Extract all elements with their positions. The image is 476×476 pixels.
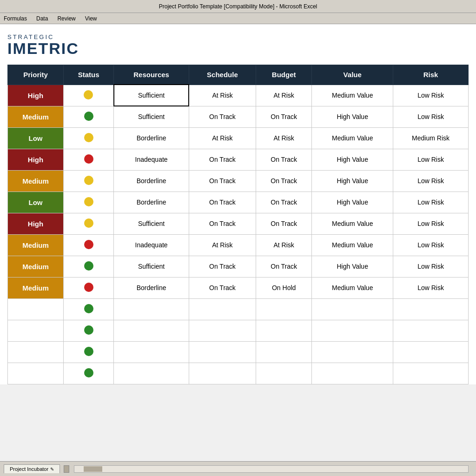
schedule-cell[interactable]: On Track: [189, 106, 256, 127]
value-cell-empty[interactable]: [312, 320, 393, 341]
resources-cell[interactable]: Inadequate: [114, 149, 189, 170]
value-cell[interactable]: High Value: [312, 106, 393, 127]
risk-cell[interactable]: Low Risk: [393, 170, 469, 192]
priority-cell[interactable]: Medium: [8, 106, 64, 127]
resources-cell[interactable]: Sufficient: [114, 213, 189, 234]
priority-cell[interactable]: Low: [8, 127, 64, 149]
budget-cell[interactable]: On Track: [256, 149, 312, 170]
budget-cell-empty[interactable]: [256, 298, 312, 320]
value-cell[interactable]: Medium Value: [312, 85, 393, 106]
value-cell-empty[interactable]: [312, 341, 393, 363]
header-priority[interactable]: Priority: [8, 65, 64, 85]
risk-cell-empty[interactable]: [393, 320, 469, 341]
priority-cell[interactable]: High: [8, 85, 64, 106]
schedule-cell[interactable]: At Risk: [189, 127, 256, 149]
value-cell[interactable]: Medium Value: [312, 234, 393, 256]
horizontal-scrollbar[interactable]: [74, 465, 469, 473]
priority-cell[interactable]: High: [8, 213, 64, 234]
schedule-cell[interactable]: On Track: [189, 277, 256, 298]
schedule-cell[interactable]: On Track: [189, 256, 256, 277]
resources-cell[interactable]: Inadequate: [114, 234, 189, 256]
risk-cell[interactable]: Medium Risk: [393, 127, 469, 149]
priority-cell[interactable]: Medium: [8, 234, 64, 256]
priority-cell-empty[interactable]: [8, 341, 64, 363]
schedule-cell-empty[interactable]: [189, 320, 256, 341]
sheet-tab[interactable]: Project Incubator ✎: [4, 464, 60, 473]
budget-cell-empty[interactable]: [256, 341, 312, 363]
priority-cell[interactable]: Medium: [8, 256, 64, 277]
budget-cell[interactable]: On Track: [256, 170, 312, 192]
status-cell[interactable]: [64, 127, 114, 149]
header-risk[interactable]: Risk: [393, 65, 469, 85]
resources-cell-empty[interactable]: [114, 363, 189, 384]
priority-cell-empty[interactable]: [8, 320, 64, 341]
schedule-cell[interactable]: At Risk: [189, 234, 256, 256]
value-cell[interactable]: High Value: [312, 192, 393, 213]
header-status[interactable]: Status: [64, 65, 114, 85]
value-cell-empty[interactable]: [312, 363, 393, 384]
status-cell-empty[interactable]: [64, 363, 114, 384]
risk-cell[interactable]: Low Risk: [393, 149, 469, 170]
status-cell[interactable]: [64, 149, 114, 170]
schedule-cell[interactable]: On Track: [189, 170, 256, 192]
resources-cell[interactable]: Sufficient: [114, 85, 189, 106]
budget-cell[interactable]: On Track: [256, 256, 312, 277]
budget-cell[interactable]: On Track: [256, 106, 312, 127]
resources-cell[interactable]: Borderline: [114, 170, 189, 192]
status-cell[interactable]: [64, 170, 114, 192]
value-cell[interactable]: Medium Value: [312, 277, 393, 298]
priority-cell-empty[interactable]: [8, 363, 64, 384]
resources-cell-empty[interactable]: [114, 298, 189, 320]
budget-cell[interactable]: On Track: [256, 192, 312, 213]
priority-cell-empty[interactable]: [8, 298, 64, 320]
status-cell[interactable]: [64, 213, 114, 234]
resources-cell[interactable]: Sufficient: [114, 256, 189, 277]
value-cell[interactable]: Medium Value: [312, 213, 393, 234]
header-value[interactable]: Value: [312, 65, 393, 85]
status-cell[interactable]: [64, 277, 114, 298]
resources-cell-empty[interactable]: [114, 320, 189, 341]
schedule-cell-empty[interactable]: [189, 298, 256, 320]
risk-cell-empty[interactable]: [393, 298, 469, 320]
schedule-cell[interactable]: On Track: [189, 213, 256, 234]
menu-item-data[interactable]: Data: [36, 15, 48, 22]
header-schedule[interactable]: Schedule: [189, 65, 256, 85]
budget-cell-empty[interactable]: [256, 320, 312, 341]
status-cell-empty[interactable]: [64, 341, 114, 363]
risk-cell[interactable]: Low Risk: [393, 85, 469, 106]
priority-cell[interactable]: Medium: [8, 277, 64, 298]
schedule-cell-empty[interactable]: [189, 341, 256, 363]
value-cell-empty[interactable]: [312, 298, 393, 320]
budget-cell[interactable]: On Track: [256, 213, 312, 234]
value-cell[interactable]: High Value: [312, 256, 393, 277]
risk-cell-empty[interactable]: [393, 363, 469, 384]
priority-cell[interactable]: High: [8, 149, 64, 170]
status-cell[interactable]: [64, 192, 114, 213]
risk-cell[interactable]: Low Risk: [393, 234, 469, 256]
risk-cell[interactable]: Low Risk: [393, 256, 469, 277]
risk-cell-empty[interactable]: [393, 341, 469, 363]
header-budget[interactable]: Budget: [256, 65, 312, 85]
priority-cell[interactable]: Medium: [8, 170, 64, 192]
menu-item-review[interactable]: Review: [57, 15, 75, 22]
status-cell[interactable]: [64, 256, 114, 277]
schedule-cell[interactable]: At Risk: [189, 85, 256, 106]
header-resources[interactable]: Resources: [114, 65, 189, 85]
budget-cell[interactable]: At Risk: [256, 127, 312, 149]
schedule-cell[interactable]: On Track: [189, 149, 256, 170]
status-cell-empty[interactable]: [64, 298, 114, 320]
schedule-cell[interactable]: On Track: [189, 192, 256, 213]
status-cell-empty[interactable]: [64, 320, 114, 341]
status-cell[interactable]: [64, 85, 114, 106]
status-cell[interactable]: [64, 234, 114, 256]
scroll-left[interactable]: [64, 465, 69, 473]
priority-cell[interactable]: Low: [8, 192, 64, 213]
budget-cell-empty[interactable]: [256, 363, 312, 384]
risk-cell[interactable]: Low Risk: [393, 213, 469, 234]
schedule-cell-empty[interactable]: [189, 363, 256, 384]
status-cell[interactable]: [64, 106, 114, 127]
value-cell[interactable]: High Value: [312, 170, 393, 192]
budget-cell[interactable]: At Risk: [256, 234, 312, 256]
risk-cell[interactable]: Low Risk: [393, 277, 469, 298]
resources-cell[interactable]: Sufficient: [114, 106, 189, 127]
